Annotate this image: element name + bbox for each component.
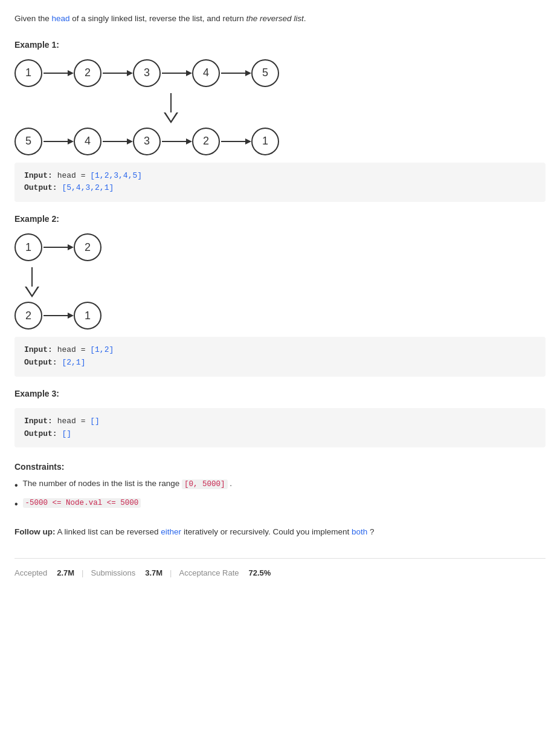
followup-section: Follow up: A linked list can be reversed… <box>14 525 546 539</box>
svg-marker-3 <box>127 70 133 76</box>
divider-1: | <box>82 568 83 577</box>
ex2-node-2-top: 2 <box>74 233 101 261</box>
constraint-2-code: -5000 <= Node.val <= 5000 <box>23 498 141 508</box>
constraint-1-after: . <box>230 479 232 488</box>
arrow-2-1 <box>220 135 251 148</box>
desc-before: Given the <box>14 14 52 23</box>
svg-marker-5 <box>186 70 192 76</box>
svg-marker-18 <box>245 138 251 144</box>
ex2-node-1-top: 1 <box>14 233 42 261</box>
node-5-top: 5 <box>251 59 279 87</box>
svg-marker-12 <box>68 138 74 144</box>
example-3-output-label: Output: <box>24 429 57 438</box>
down-arrow-2 <box>23 266 546 299</box>
constraint-item-2: • -5000 <= Node.val <= 5000 <box>14 498 546 511</box>
bullet-1: • <box>14 479 18 492</box>
desc-period: . <box>304 14 306 23</box>
desc-highlight: head <box>52 14 70 23</box>
arrow-3-2 <box>161 135 192 148</box>
constraint-1-text: The number of nodes in the list is the r… <box>23 479 182 488</box>
accepted-label: Accepted <box>14 568 47 577</box>
node-2-bottom: 2 <box>192 128 220 155</box>
node-5-bottom: 5 <box>14 128 42 155</box>
arrow-1-2 <box>42 67 74 79</box>
svg-marker-14 <box>127 138 133 144</box>
followup-text2: iteratively or recursively. Could you im… <box>184 527 352 536</box>
example-3-section: Example 3: Input: head = [] Output: [] <box>14 389 546 448</box>
bullet-2: • <box>14 498 18 511</box>
followup-text: A linked list can be reversed <box>57 527 161 536</box>
problem-description: Given the head of a singly linked list, … <box>14 12 546 25</box>
svg-marker-25 <box>68 313 74 319</box>
followup-bold: Follow up: <box>14 527 55 536</box>
constraint-1-code: [0, 5000] <box>182 479 228 489</box>
node-1-bottom: 1 <box>251 128 279 155</box>
example-2-bottom-diagram: 2 1 <box>14 302 546 330</box>
svg-marker-1 <box>68 70 74 76</box>
example-1-section: Example 1: 1 2 3 4 5 5 4 3 2 1 Input: he… <box>14 40 546 203</box>
ex2-arrow-1-2 <box>42 241 74 253</box>
ex2-node-2-bottom: 2 <box>14 302 42 330</box>
arrow-5-4 <box>42 135 74 148</box>
node-1-top: 1 <box>14 59 42 87</box>
rate-value: 72.5% <box>249 568 271 577</box>
submissions-label: Submissions <box>91 568 136 577</box>
ex2-arrow-2-1 <box>42 310 74 322</box>
example-3-title: Example 3: <box>14 389 546 398</box>
example-2-input-label: Input: <box>24 345 53 354</box>
submissions-value: 3.7M <box>145 568 163 577</box>
followup-blue1: either <box>161 527 181 536</box>
constraint-item-1: • The number of nodes in the list is the… <box>14 479 546 492</box>
example-1-code: Input: head = [1,2,3,4,5] Output: [5,4,3… <box>14 163 546 203</box>
svg-marker-7 <box>245 70 251 76</box>
svg-marker-16 <box>186 138 192 144</box>
down-arrow-1 <box>162 92 546 125</box>
arrow-2-3 <box>101 67 133 79</box>
accepted-value: 2.7M <box>57 568 74 577</box>
constraints-list: • The number of nodes in the list is the… <box>14 479 546 511</box>
example-1-bottom-diagram: 5 4 3 2 1 <box>14 128 546 155</box>
example-1-title: Example 1: <box>14 40 546 50</box>
node-3-top: 3 <box>133 59 161 87</box>
desc-after: of a singly linked list, reverse the lis… <box>70 14 246 23</box>
desc-italic: the reversed list <box>246 14 303 23</box>
followup-text3: ? <box>370 527 375 536</box>
followup-blue2: both <box>352 527 367 536</box>
example-1-output-label: Output: <box>24 183 57 192</box>
svg-marker-20 <box>68 244 74 250</box>
example-2-section: Example 2: 1 2 2 1 Input: head = [1,2] O… <box>14 214 546 377</box>
arrow-4-3 <box>101 135 133 148</box>
example-3-code: Input: head = [] Output: [] <box>14 408 546 448</box>
node-4-bottom: 4 <box>74 128 101 155</box>
example-2-top-diagram: 1 2 <box>14 233 546 261</box>
footer-stats: Accepted 2.7M | Submissions 3.7M | Accep… <box>14 558 546 577</box>
arrow-4-5 <box>220 67 251 79</box>
constraints-title: Constraints: <box>14 462 546 472</box>
example-3-input-label: Input: <box>24 417 53 426</box>
example-1-top-diagram: 1 2 3 4 5 <box>14 59 546 87</box>
example-2-title: Example 2: <box>14 214 546 224</box>
constraints-section: Constraints: • The number of nodes in th… <box>14 462 546 511</box>
node-2-top: 2 <box>74 59 101 87</box>
arrow-3-4 <box>161 67 192 79</box>
example-2-code: Input: head = [1,2] Output: [2,1] <box>14 337 546 377</box>
node-3-bottom: 3 <box>133 128 161 155</box>
ex2-node-1-bottom: 1 <box>74 302 101 330</box>
example-1-input-label: Input: <box>24 171 53 180</box>
example-2-output-label: Output: <box>24 358 57 367</box>
node-4-top: 4 <box>192 59 220 87</box>
rate-label: Acceptance Rate <box>179 568 239 577</box>
divider-2: | <box>170 568 172 577</box>
